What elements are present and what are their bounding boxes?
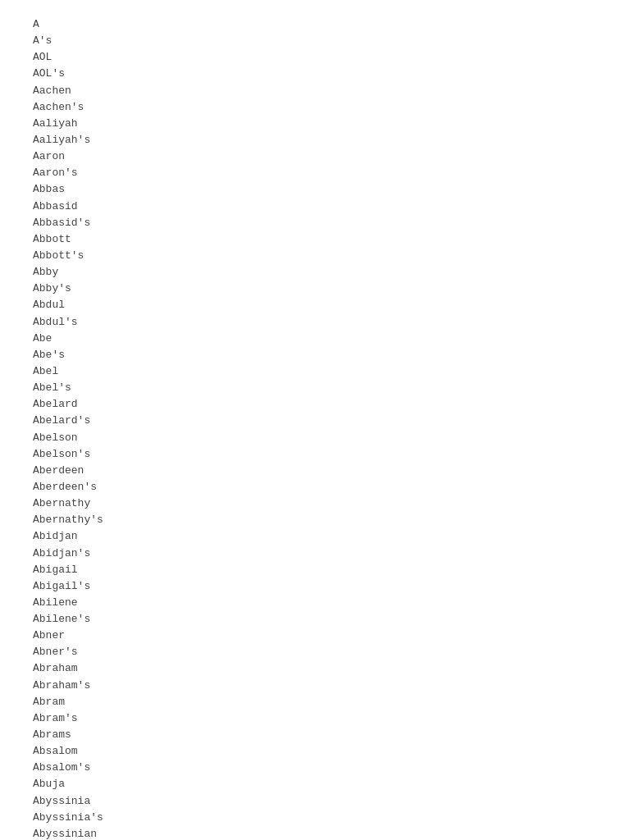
list-item: Aaron's xyxy=(33,165,597,181)
list-item: Abraham xyxy=(33,660,597,677)
list-item: Abelard's xyxy=(33,413,597,429)
list-item: Abyssinia xyxy=(33,793,597,810)
list-item: Abby xyxy=(33,264,597,281)
list-item: Abner xyxy=(33,628,597,644)
list-item: Aaliyah xyxy=(33,116,597,132)
list-item: AOL xyxy=(33,49,597,66)
list-item: Abuja xyxy=(33,776,597,792)
list-item: AOL's xyxy=(33,66,597,82)
list-item: Abby's xyxy=(33,281,597,297)
list-item: Aaliyah's xyxy=(33,132,597,148)
list-item: Abidjan's xyxy=(33,546,597,562)
list-item: Abelson xyxy=(33,430,597,446)
list-item: Abdul xyxy=(33,297,597,313)
list-item: Abe's xyxy=(33,347,597,363)
list-item: Abner's xyxy=(33,644,597,660)
list-item: Aberdeen's xyxy=(33,479,597,495)
list-item: Aachen's xyxy=(33,99,597,116)
list-item: Absalom xyxy=(33,743,597,760)
list-item: Aachen xyxy=(33,83,597,99)
list-item: Abbasid xyxy=(33,199,597,215)
list-item: Abel xyxy=(33,363,597,380)
list-item: Abidjan xyxy=(33,528,597,545)
list-item: Abyssinia's xyxy=(33,810,597,826)
list-item: Abbasid's xyxy=(33,215,597,231)
list-item: Abram's xyxy=(33,710,597,727)
list-item: Abyssinian xyxy=(33,826,597,840)
list-item: Abbas xyxy=(33,181,597,198)
list-item: Abdul's xyxy=(33,314,597,331)
word-list: AA'sAOLAOL'sAachenAachen'sAaliyahAaliyah… xyxy=(33,16,597,840)
list-item: Abrams xyxy=(33,727,597,743)
list-item: Abigail xyxy=(33,562,597,578)
list-item: Absalom's xyxy=(33,760,597,776)
list-item: Abbott's xyxy=(33,248,597,264)
list-item: A's xyxy=(33,33,597,49)
list-item: Abbott xyxy=(33,231,597,248)
list-item: Abel's xyxy=(33,380,597,396)
list-item: Abelson's xyxy=(33,446,597,463)
list-item: Abelard xyxy=(33,396,597,413)
list-item: Abe xyxy=(33,331,597,347)
list-item: Abernathy's xyxy=(33,512,597,528)
list-item: Abernathy xyxy=(33,495,597,512)
list-item: Abigail's xyxy=(33,578,597,595)
list-item: Abilene's xyxy=(33,611,597,628)
list-item: Abraham's xyxy=(33,678,597,694)
list-item: Abilene xyxy=(33,595,597,611)
list-item: Abram xyxy=(33,694,597,710)
list-item: A xyxy=(33,16,597,33)
list-item: Aaron xyxy=(33,148,597,165)
list-item: Aberdeen xyxy=(33,463,597,479)
